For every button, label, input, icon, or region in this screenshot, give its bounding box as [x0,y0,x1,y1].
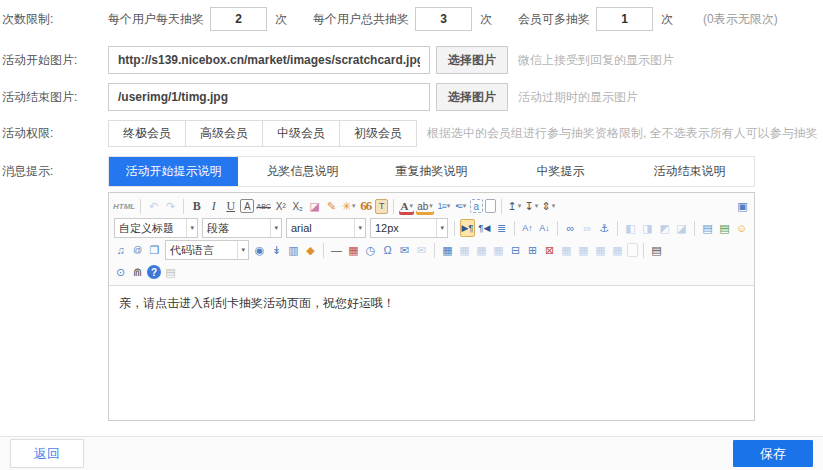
insert-image-icon[interactable]: ▤ [700,219,715,237]
time-icon[interactable]: ◷ [363,241,378,259]
per-day-draws-input[interactable] [210,7,267,31]
preview-icon[interactable]: ⊙ [113,263,128,281]
ltr-paragraph-icon[interactable]: ▶¶ [460,219,475,237]
message-row: 消息提示: 活动开始提示说明兑奖信息说明重复抽奖说明中奖提示活动结束说明 HTM… [0,156,823,421]
start-image-pick-button[interactable]: 选择图片 [436,46,508,74]
auto-typeset-icon[interactable]: ✳▾ [341,197,356,215]
merge-right-icon[interactable]: ▦ [559,241,574,259]
map-icon[interactable]: ◉ [252,241,267,259]
code-language-select[interactable]: 代码语言▾ [165,240,249,260]
snapshot-icon[interactable]: ◆ [303,241,318,259]
font-size-select[interactable]: 12px▾ [370,218,448,238]
font-color-icon[interactable]: A▾ [399,197,414,215]
remove-format-icon[interactable]: ◪ [307,197,322,215]
valign-bottom-icon[interactable]: ↧▾ [524,197,539,215]
attachment-icon[interactable]: @ [130,241,145,259]
fullscreen-icon[interactable]: ▣ [735,197,750,215]
unordered-list-icon[interactable]: •≡▾ [453,197,468,215]
anchor-text-icon[interactable]: a [470,199,483,213]
font-border-icon[interactable]: A [240,199,254,213]
bold-icon[interactable]: B [189,197,204,215]
image-float-right-icon[interactable]: ◩ [657,219,672,237]
blockquote-icon[interactable]: 66 [358,197,373,215]
special-char-icon[interactable]: Ω [380,241,395,259]
heading-select-label: 自定义标题 [115,221,186,236]
group-senior-member[interactable]: 高级会员 [185,120,263,147]
redo-icon[interactable]: ↷ [163,197,178,215]
format-brush-icon[interactable]: ✎ [324,197,339,215]
image-float-left-icon[interactable]: ◧ [623,219,638,237]
image-inline-icon[interactable]: ◨ [640,219,655,237]
paste-plain-icon[interactable]: T [375,199,388,214]
print-icon[interactable]: ▤ [649,241,664,259]
heading-select[interactable]: 自定义标题▾ [114,218,198,238]
link-icon[interactable]: ∞ [563,219,578,237]
table-border-icon[interactable]: ▦ [610,241,625,259]
strikethrough-icon[interactable]: ABC [256,197,271,215]
group-ultimate-member[interactable]: 终极会员 [108,120,186,147]
pagebreak-icon[interactable]: ↡ [269,241,284,259]
font-family-select[interactable]: arial▾ [286,218,366,238]
unlink-icon[interactable]: ∞ [580,219,595,237]
total-draws-input[interactable] [415,7,472,31]
undo-icon[interactable]: ↶ [146,197,161,215]
back-button[interactable]: 返回 [10,439,84,468]
tab-repeat-draw[interactable]: 重复抽奖说明 [367,157,496,186]
end-image-pick-button[interactable]: 选择图片 [436,83,508,111]
caret-down-icon: ▾ [436,219,447,237]
rich-text-editor: HTML↶↷BIUAABCX²X₂◪✎✳▾66TA▾ab▾1≡▾•≡▾a↥▾↧▾… [108,192,755,421]
group-junior-member[interactable]: 初级会员 [339,120,417,147]
tab-win-prompt[interactable]: 中奖提示 [496,157,625,186]
upload-image-icon[interactable]: ▤ [717,219,732,237]
line-height-icon[interactable]: ⇕▾ [541,197,556,215]
start-image-input[interactable] [108,46,430,74]
editor-toolbar-row-1: HTML↶↷BIUAABCX²X₂◪✎✳▾66TA▾ab▾1≡▾•≡▾a↥▾↧▾… [112,195,751,217]
insert-col-icon[interactable]: ⊞ [525,241,540,259]
valign-top-icon[interactable]: ↥▾ [507,197,522,215]
tab-activity-start-prompt[interactable]: 活动开始提示说明 [109,157,238,186]
rtl-paragraph-icon[interactable]: ¶◀ [477,219,492,237]
hr-icon[interactable]: — [329,241,344,259]
ordered-list-icon[interactable]: 1≡▾ [436,197,451,215]
image-center-icon[interactable]: ◪ [674,219,689,237]
underline-icon[interactable]: U [223,197,238,215]
group-middle-member[interactable]: 中级会员 [262,120,340,147]
find-replace-icon[interactable]: ⋒ [130,263,145,281]
highlight-color-icon[interactable]: ab▾ [416,197,434,215]
merge-cells-icon[interactable]: ▦ [491,241,506,259]
template-icon[interactable] [627,243,638,257]
split-cell-icon[interactable]: ⊠ [542,241,557,259]
italic-icon[interactable]: I [206,197,221,215]
font-size-down-icon[interactable]: A↓ [537,219,552,237]
font-size-up-icon[interactable]: A↑ [520,219,535,237]
end-image-input[interactable] [108,83,430,111]
date-icon[interactable]: ▦ [346,241,361,259]
columns-icon[interactable]: ▥ [286,241,301,259]
anchor-icon[interactable]: ⚓ [597,219,612,237]
quick-comment-icon[interactable]: ✉ [414,241,429,259]
insert-table-icon[interactable]: ▦ [440,241,455,259]
html-source-icon[interactable]: HTML [113,197,135,215]
paste-icon[interactable]: ▤ [163,263,178,281]
member-extra-draws-input[interactable] [596,7,653,31]
delete-row-icon[interactable]: ▦ [576,241,591,259]
paragraph-select[interactable]: 段落▾ [202,218,282,238]
subscript-icon[interactable]: X₂ [290,197,305,215]
text-indent-icon[interactable]: ≣ [494,219,509,237]
delete-table-icon[interactable]: ▦ [457,241,472,259]
save-button[interactable]: 保存 [733,440,813,467]
insert-row-icon[interactable]: ⊟ [508,241,523,259]
music-icon[interactable]: ♫ [113,241,128,259]
delete-col-icon[interactable]: ▦ [593,241,608,259]
comment-icon[interactable]: ✉ [397,241,412,259]
editor-content[interactable]: 亲，请点击进入刮刮卡抽奖活动页面，祝您好运哦！ [109,286,754,420]
end-image-label: 活动结束图片: [0,89,108,106]
table-title-icon[interactable]: ▦ [474,241,489,259]
tab-activity-end[interactable]: 活动结束说明 [625,157,754,186]
blank-doc-icon[interactable] [485,199,496,213]
insert-frame-icon[interactable]: ❐ [147,241,162,259]
emoticon-icon[interactable]: ☺ [734,219,749,237]
tab-redeem-info[interactable]: 兑奖信息说明 [238,157,367,186]
superscript-icon[interactable]: X² [273,197,288,215]
help-icon[interactable]: ? [147,265,161,279]
